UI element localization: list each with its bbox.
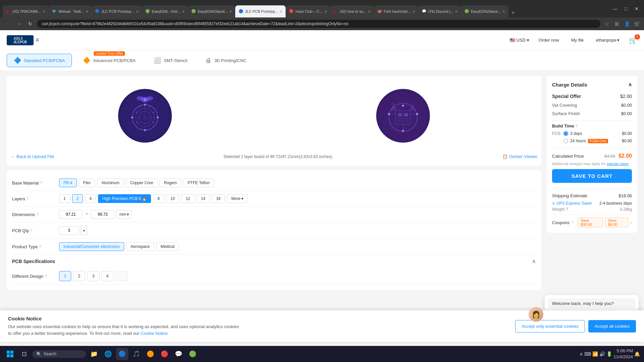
battery-icon[interactable]: 🔋 — [606, 351, 612, 357]
radio-3days[interactable] — [563, 131, 568, 136]
material-aluminum[interactable]: Aluminum — [97, 178, 123, 187]
layers-help[interactable]: ? — [27, 197, 29, 201]
ups-expand[interactable]: ∨ UPS Express Saver — [552, 201, 592, 206]
jlcpcb-logo[interactable]: J@LCJLCPCB — [7, 35, 34, 45]
cookie-notice-link[interactable]: Cookie Notice — [141, 331, 168, 336]
taskbar-app-3[interactable]: 🔵 — [116, 348, 128, 360]
start-button[interactable] — [4, 348, 16, 360]
browser-tab-10[interactable]: 💬 (76) Discord |... ✕ — [418, 5, 461, 17]
tab-close-7[interactable]: ✕ — [324, 10, 327, 13]
material-copper-core[interactable]: Copper Core — [126, 178, 158, 187]
coupon-1[interactable]: Save $30.00 — [578, 217, 603, 227]
tab-smt-stencil[interactable]: ⬜ SMT-Stencil — [147, 54, 194, 67]
layer-10[interactable]: 10 — [166, 194, 179, 203]
browser-tab-11[interactable]: 🟢 EasyEDA(Stand... ✕ — [461, 5, 508, 17]
browser-tab-6[interactable]: 🔵 JLC PCB Prototyp... ✕ — [235, 5, 286, 17]
design-1[interactable]: 1 — [59, 271, 71, 281]
weight-help[interactable]: ? — [566, 207, 568, 212]
product-type-help[interactable]: ? — [39, 245, 41, 249]
layer-8[interactable]: 8 — [153, 194, 164, 203]
dimensions-help[interactable]: ? — [36, 212, 38, 216]
design-2[interactable]: 2 — [73, 271, 85, 281]
browser-tab-4[interactable]: 🟢 EasyEDA - Onli... ✕ — [142, 5, 188, 17]
network-icon[interactable]: 📶 — [592, 351, 598, 357]
browser-tab-2[interactable]: 🐦 Wirtual - Twitt... ✕ — [49, 5, 92, 17]
material-ptfe[interactable]: PTFE Teflon — [183, 178, 214, 187]
tab-close-1[interactable]: ✕ — [43, 10, 45, 13]
extension-icon[interactable]: ⊞ — [612, 19, 621, 28]
design-3[interactable]: 3 — [87, 271, 99, 281]
chevron-up-icon[interactable]: ∧ — [580, 351, 583, 357]
tab-close-11[interactable]: ✕ — [502, 10, 505, 13]
material-fr4[interactable]: FR-4 — [59, 178, 77, 187]
volume-icon[interactable]: 🔊 — [599, 351, 605, 357]
qty-help[interactable]: ? — [31, 228, 33, 232]
browser-tab-8[interactable]: ▶ (42) how to su... ✕ — [330, 5, 374, 17]
task-view-button[interactable]: ⊡ — [18, 348, 30, 360]
layer-more[interactable]: More▾ — [227, 194, 247, 203]
tab-close-5[interactable]: ✕ — [229, 10, 232, 13]
layer-12[interactable]: 12 — [181, 194, 194, 203]
tab-advanced-pcb[interactable]: Limited Time Offer 🔶 Advanced PCB/PCBA — [76, 54, 143, 67]
type-aerospace[interactable]: Aerospace — [126, 242, 154, 251]
tab-standard-pcb[interactable]: 🔷 Standard PCB/PCBA — [7, 54, 72, 67]
user-menu[interactable]: ethanpope ▾ — [593, 36, 622, 44]
tab-close-4[interactable]: ✕ — [182, 10, 185, 13]
type-medical[interactable]: Medical — [156, 242, 179, 251]
tab-close-3[interactable]: ✕ — [136, 10, 139, 13]
browser-tab-7[interactable]: 🔴 Hack Club – C... ✕ — [286, 5, 330, 17]
browser-tab-3[interactable]: 🔵 JLC PCB Prototyp... ✕ — [92, 5, 142, 17]
taskbar-search[interactable]: 🔍 Search — [32, 350, 86, 358]
forward-button[interactable]: → — [14, 19, 23, 29]
maximize-button[interactable]: □ — [621, 4, 631, 13]
type-industrial[interactable]: Industrial/Consumer electronics — [59, 242, 124, 251]
height-input[interactable] — [91, 210, 114, 219]
coupon-arrow[interactable]: › — [631, 220, 632, 225]
charge-collapse-icon[interactable]: ∧ — [628, 82, 632, 88]
special-cases-link[interactable]: special cases — [607, 162, 629, 166]
taskbar-app-2[interactable]: 🌐 — [102, 348, 114, 360]
layer-4[interactable]: 4 — [85, 194, 96, 203]
coupons-help[interactable]: ? — [572, 220, 574, 224]
my-file-link[interactable]: My file — [568, 36, 587, 44]
address-input[interactable] — [37, 20, 600, 28]
taskbar-app-5[interactable]: 🟠 — [144, 348, 156, 360]
profile-icon[interactable]: 👤 — [623, 19, 631, 28]
browser-tab-5[interactable]: 🟢 EasyEDA(Stand... ✕ — [188, 5, 235, 17]
currency-selector[interactable]: 🇺🇸 USD ▾ — [510, 38, 529, 43]
taskbar-app-7[interactable]: 💬 — [172, 348, 185, 360]
tab-3d-printing[interactable]: 🖨 3D Printing/CNC — [198, 54, 253, 67]
pcb-spec-header[interactable]: PCB Specifications ∧ — [12, 255, 536, 268]
close-button[interactable]: ✕ — [632, 4, 641, 13]
browser-tab-9[interactable]: 🐙 Fork hackclub/... ✕ — [374, 5, 418, 17]
accept-all-button[interactable]: Accept all cookies — [588, 320, 636, 332]
taskbar-time[interactable]: 5:06 PM 11/4/2024 — [613, 348, 633, 360]
tab-close-8[interactable]: ✕ — [368, 10, 370, 13]
taskbar-app-8[interactable]: 🟢 — [187, 348, 199, 360]
different-design-help[interactable]: ? — [45, 274, 47, 278]
material-flex[interactable]: Flex — [79, 178, 95, 187]
reload-button[interactable]: ↻ — [26, 19, 35, 29]
coupon-2[interactable]: Save $6.00 — [605, 217, 629, 227]
back-upload-link[interactable]: ← Back to Upload File — [11, 154, 54, 159]
keyboard-icon[interactable]: ⌨ — [584, 351, 591, 357]
design-4[interactable]: 4 — [101, 271, 113, 281]
layer-14[interactable]: 14 — [197, 194, 210, 203]
layer-2[interactable]: 2 — [72, 194, 83, 203]
back-button[interactable]: ← — [3, 19, 12, 29]
cart-button[interactable]: 🛒 0 — [629, 36, 637, 44]
tab-close-6[interactable]: ✕ — [280, 10, 282, 13]
taskbar-app-1[interactable]: 📁 — [88, 348, 100, 360]
bookmark-icon[interactable]: ☆ — [602, 19, 611, 28]
minimize-button[interactable]: — — [610, 4, 620, 13]
qty-dropdown-arrow[interactable]: ▾ — [81, 226, 87, 235]
base-material-help[interactable]: ? — [40, 181, 42, 185]
save-to-cart-button[interactable]: SAVE TO CART — [552, 169, 632, 183]
layer-16[interactable]: 16 — [212, 194, 225, 203]
browser-tab-1[interactable]: ▶ (42) TRACKMA... ✕ — [3, 5, 49, 17]
layer-1[interactable]: 1 — [59, 194, 70, 203]
tab-close-9[interactable]: ✕ — [412, 10, 415, 13]
chat-avatar[interactable]: 👩 — [529, 307, 543, 322]
cart-nav-icon[interactable]: 🛒 — [633, 19, 641, 28]
notifications-icon[interactable]: 🔔 — [634, 351, 640, 357]
